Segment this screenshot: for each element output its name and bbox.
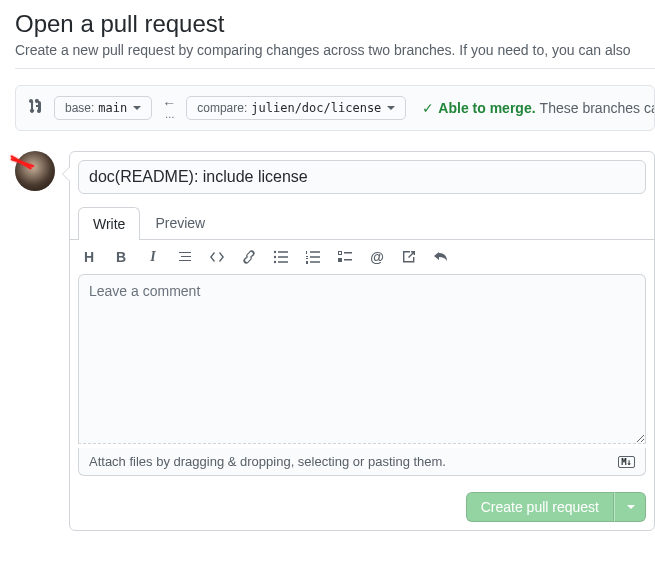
- italic-icon[interactable]: I: [144, 248, 162, 266]
- bold-icon[interactable]: B: [112, 248, 130, 266]
- compare-branch-select[interactable]: compare: julien/doc/license: [186, 96, 406, 120]
- create-pr-dropdown[interactable]: [614, 492, 646, 522]
- compare-label: compare:: [197, 101, 247, 115]
- page-title: Open a pull request: [15, 10, 655, 38]
- tabs: Write Preview: [70, 206, 654, 240]
- check-icon: ✓: [422, 100, 434, 116]
- comment-textarea[interactable]: [78, 274, 646, 444]
- caret-down-icon: [627, 505, 635, 509]
- code-icon[interactable]: [208, 248, 226, 266]
- merge-rest-text: These branches can be: [540, 100, 655, 116]
- reply-icon[interactable]: [432, 248, 450, 266]
- branch-compare-bar: base: main ←… compare: julien/doc/licens…: [15, 85, 655, 131]
- tab-write[interactable]: Write: [78, 207, 140, 240]
- create-pr-button[interactable]: Create pull request: [466, 492, 614, 522]
- tab-preview[interactable]: Preview: [140, 206, 220, 239]
- merge-status: ✓ Able to merge. These branches can be: [422, 100, 655, 116]
- svg-point-0: [274, 251, 276, 253]
- page-subtitle: Create a new pull request by comparing c…: [15, 42, 655, 58]
- caret-down-icon: [133, 106, 141, 110]
- attach-bar[interactable]: Attach files by dragging & dropping, sel…: [78, 448, 646, 476]
- editor-toolbar: H B I @: [70, 240, 654, 274]
- merge-able-text: Able to merge.: [438, 100, 535, 116]
- svg-point-2: [274, 261, 276, 263]
- markdown-icon[interactable]: M↓: [618, 456, 635, 468]
- ul-icon[interactable]: [272, 248, 290, 266]
- crossref-icon[interactable]: [400, 248, 418, 266]
- base-label: base:: [65, 101, 94, 115]
- attach-hint: Attach files by dragging & dropping, sel…: [89, 454, 446, 469]
- link-icon[interactable]: [240, 248, 258, 266]
- compare-value: julien/doc/license: [251, 101, 381, 115]
- quote-icon[interactable]: [176, 248, 194, 266]
- arrow-left-icon: ←…: [162, 96, 176, 120]
- caret-down-icon: [387, 106, 395, 110]
- pr-title-input[interactable]: [78, 160, 646, 194]
- mention-icon[interactable]: @: [368, 248, 386, 266]
- ol-icon[interactable]: [304, 248, 322, 266]
- heading-icon[interactable]: H: [80, 248, 98, 266]
- compare-icon: [28, 98, 44, 118]
- svg-point-1: [274, 256, 276, 258]
- base-branch-select[interactable]: base: main: [54, 96, 152, 120]
- divider: [15, 68, 655, 69]
- avatar[interactable]: [15, 151, 55, 191]
- base-value: main: [98, 101, 127, 115]
- tasklist-icon[interactable]: [336, 248, 354, 266]
- comment-box: Write Preview H B I @ Attach files by dr…: [69, 151, 655, 531]
- actions: Create pull request: [70, 484, 654, 530]
